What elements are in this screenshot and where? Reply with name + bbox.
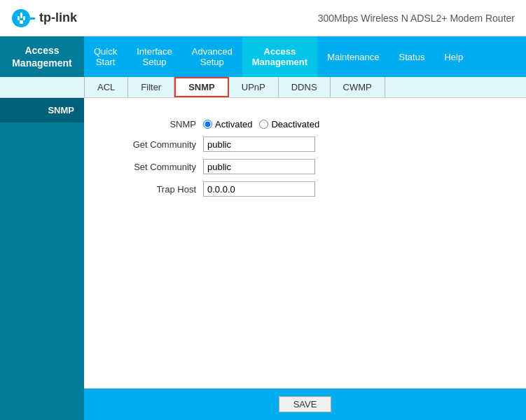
sub-nav-acl[interactable]: ACL: [84, 77, 128, 97]
snmp-radio-group: Activated Deactivated: [203, 119, 319, 130]
sidebar: SNMP: [0, 98, 84, 420]
activated-option[interactable]: Activated: [203, 119, 252, 130]
logo: tp-link: [11, 6, 77, 30]
save-button[interactable]: SAVE: [279, 396, 332, 412]
snmp-label: SNMP: [105, 119, 196, 130]
main-content: SNMP Activated Deactivated Get Community: [84, 98, 526, 420]
nav-item-maintenance[interactable]: Maintenance: [317, 36, 389, 77]
nav-item-help[interactable]: Help: [434, 36, 473, 77]
content-wrapper: SNMP SNMP Activated Deactivated: [0, 98, 526, 420]
set-community-row: Set Community: [105, 159, 505, 174]
nav-item-status[interactable]: Status: [389, 36, 435, 77]
snmp-form: SNMP Activated Deactivated Get Community: [105, 119, 505, 197]
sidebar-snmp: SNMP: [0, 98, 84, 122]
svg-rect-2: [18, 16, 20, 20]
header: tp-link 300Mbps Wireless N ADSL2+ Modem …: [0, 0, 526, 36]
trap-host-input[interactable]: [203, 181, 315, 197]
brand-text: tp-link: [39, 10, 77, 25]
sub-nav-ddns[interactable]: DDNS: [279, 77, 331, 97]
deactivated-radio[interactable]: [259, 120, 268, 129]
trap-host-label: Trap Host: [105, 184, 196, 195]
deactivated-label: Deactivated: [271, 119, 319, 130]
save-bar: SAVE: [84, 388, 526, 420]
get-community-row: Get Community: [105, 136, 505, 152]
get-community-label: Get Community: [105, 139, 196, 150]
svg-rect-5: [29, 18, 35, 20]
sub-nav-cwmp[interactable]: CWMP: [331, 77, 385, 97]
svg-rect-3: [23, 16, 25, 20]
deactivated-option[interactable]: Deactivated: [259, 119, 319, 130]
nav-items: Quick Start Interface Setup Advanced Set…: [84, 36, 526, 77]
nav-item-quick-start[interactable]: Quick Start: [84, 36, 127, 77]
sub-nav-filter[interactable]: Filter: [128, 77, 174, 97]
set-community-label: Set Community: [105, 162, 196, 172]
trap-host-row: Trap Host: [105, 181, 505, 197]
svg-rect-1: [20, 13, 22, 18]
sub-nav: ACL Filter SNMP UPnP DDNS CWMP: [0, 77, 526, 98]
nav-bar: Access Management Quick Start Interface …: [0, 36, 526, 77]
device-title: 300Mbps Wireless N ADSL2+ Modem Router: [318, 13, 515, 24]
nav-item-access-management[interactable]: Access Management: [242, 36, 317, 77]
activated-radio[interactable]: [203, 120, 212, 129]
activated-label: Activated: [215, 119, 252, 130]
snmp-row: SNMP Activated Deactivated: [105, 119, 505, 130]
sub-nav-upnp[interactable]: UPnP: [229, 77, 279, 97]
nav-item-interface-setup[interactable]: Interface Setup: [127, 36, 182, 77]
svg-rect-4: [20, 20, 23, 24]
set-community-input[interactable]: [203, 159, 315, 174]
get-community-input[interactable]: [203, 136, 315, 152]
sub-nav-snmp[interactable]: SNMP: [174, 77, 229, 97]
nav-active-label: Access Management: [0, 36, 84, 77]
nav-item-advanced-setup[interactable]: Advanced Setup: [182, 36, 242, 77]
tp-link-logo-icon: [11, 6, 35, 30]
